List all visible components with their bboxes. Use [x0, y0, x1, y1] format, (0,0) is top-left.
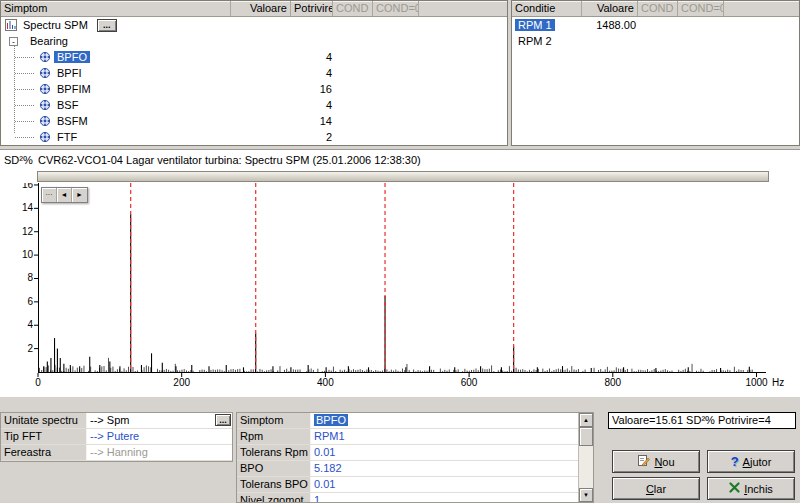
symptom-tree-children: BPFO4BPFI4BPFIM16BSF4BSFM14FTF2 [1, 49, 507, 145]
svg-text:Hz: Hz [772, 377, 784, 388]
details-row: Tolerans Rpm0.01 [237, 445, 578, 461]
details-value-text: 0.01 [314, 478, 335, 490]
status-readout: Valoare=15.61 SD²% Potrivire=4 [608, 412, 796, 429]
svg-text:600: 600 [461, 377, 478, 388]
details-value[interactable]: 1 [311, 493, 578, 503]
symptom-item-label[interactable]: FTF [54, 131, 80, 143]
condition-row[interactable]: RPM 2 [512, 33, 799, 49]
details-label: Nivel zgomot [237, 493, 311, 503]
svg-text:4: 4 [27, 319, 33, 330]
details-value[interactable]: 0.01 [311, 477, 578, 492]
tree-group-row[interactable]: -Bearing [1, 33, 507, 49]
clar-button[interactable]: Clar [612, 477, 700, 500]
symptom-tree-item[interactable]: BPFO4 [1, 49, 507, 65]
symptom-item-label[interactable]: BSF [54, 99, 81, 111]
header-conditie-filler [724, 1, 799, 16]
details-label: BPO [237, 461, 311, 476]
details-value-text: 5.182 [314, 462, 342, 474]
spectrum-settings-table: Unitate spectru--> Spm...Tip FFT--> Pute… [0, 412, 233, 462]
header-filler [419, 1, 507, 16]
svg-text:16: 16 [22, 183, 34, 190]
button-label: Nou [654, 456, 674, 468]
details-value[interactable]: RPM1 [311, 429, 578, 444]
chart-y-unit-label: SD²% [4, 154, 33, 166]
symptom-details-rows: SimptomBPFORpmRPM1Tolerans Rpm0.01BPO5.1… [237, 413, 593, 503]
symptom-tree-item[interactable]: BPFI4 [1, 65, 507, 81]
scroll-up-icon[interactable]: ▲ [579, 413, 593, 427]
svg-text:10: 10 [22, 249, 34, 260]
header-potrivire: Potrivire [291, 1, 333, 16]
details-label: Rpm [237, 429, 311, 444]
symptom-tree-item[interactable]: BSF4 [1, 97, 507, 113]
symptom-tree-item[interactable]: FTF2 [1, 129, 507, 145]
inchis-button[interactable]: Inchis [707, 477, 795, 500]
symptom-item-label[interactable]: BPFO [54, 51, 90, 63]
header-valoare: Valoare [231, 1, 291, 16]
nou-button[interactable]: Nou [612, 450, 700, 473]
symptom-tree-item[interactable]: BSFM14 [1, 113, 507, 129]
symptom-panel: Simptom Valoare Potrivire COND COND=0 Sp… [0, 0, 508, 146]
details-value[interactable]: 0.01 [311, 445, 578, 460]
condition-row[interactable]: RPM 11488.00 [512, 17, 799, 33]
condition-label[interactable]: RPM 1 [515, 19, 555, 31]
bearing-icon [39, 115, 51, 127]
bearing-icon [39, 131, 51, 143]
svg-text:200: 200 [173, 377, 190, 388]
bearing-icon [39, 51, 51, 63]
condition-value: 1488.00 [584, 19, 636, 31]
details-value-text: BPFO [314, 414, 348, 426]
settings-row: Tip FFT--> Putere [1, 429, 232, 445]
collapse-icon[interactable]: - [9, 37, 18, 46]
symptom-item-potrivire: 16 [248, 83, 332, 95]
symptom-details-table: SimptomBPFORpmRPM1Tolerans Rpm0.01BPO5.1… [236, 412, 594, 503]
condition-header-row: Conditie Valoare COND COND=0 [512, 1, 799, 17]
scrollbar-thumb[interactable] [579, 427, 593, 446]
settings-value[interactable]: --> Hanning [87, 445, 232, 460]
symptom-item-potrivire: 2 [248, 131, 332, 143]
spectrum-plot[interactable]: 24681012141602004006008001000Hz [8, 183, 798, 397]
svg-text:8: 8 [27, 272, 33, 283]
svg-text:14: 14 [22, 202, 34, 213]
details-value[interactable]: 5.182 [311, 461, 578, 476]
scroll-down-icon[interactable]: ▼ [579, 488, 593, 502]
new-page-icon [637, 454, 650, 469]
header-conditie-cond0: COND=0 [678, 1, 724, 16]
chart-zoom-bar[interactable] [37, 171, 769, 182]
condition-rows: RPM 11488.00RPM 2 [512, 17, 799, 49]
button-label: Inchis [744, 483, 773, 495]
svg-text:12: 12 [22, 226, 34, 237]
details-row: SimptomBPFO [237, 413, 578, 429]
tree-root-label[interactable]: Spectru SPM [20, 19, 91, 31]
details-value-text: RPM1 [314, 430, 345, 442]
svg-text:400: 400 [317, 377, 334, 388]
symptom-tree-item[interactable]: BPFIM16 [1, 81, 507, 97]
settings-value[interactable]: --> Spm [87, 413, 232, 428]
button-label-rest: ou [662, 456, 674, 468]
bearing-icon [39, 99, 51, 111]
details-row: BPO5.182 [237, 461, 578, 477]
symptom-item-label[interactable]: BSFM [54, 115, 91, 127]
button-label: Ajutor [743, 456, 772, 468]
condition-label[interactable]: RPM 2 [515, 35, 555, 47]
settings-label: Fereastra [1, 445, 87, 460]
help-icon: ? [731, 456, 739, 467]
button-label: Clar [646, 483, 666, 495]
ajutor-button[interactable]: ?Ajutor [707, 450, 795, 473]
settings-more-button[interactable]: ... [215, 414, 231, 426]
details-label: Simptom [237, 413, 311, 428]
tree-group-label[interactable]: Bearing [27, 35, 71, 47]
header-simptom: Simptom [1, 1, 231, 16]
settings-row: Fereastra--> Hanning [1, 445, 232, 461]
symptom-item-label[interactable]: BPFI [54, 67, 84, 79]
symptom-item-potrivire: 4 [248, 67, 332, 79]
svg-text:800: 800 [604, 377, 621, 388]
spectrum-more-button[interactable]: ... [97, 19, 117, 32]
svg-text:6: 6 [27, 296, 33, 307]
details-row: Nivel zgomot1 [237, 493, 578, 503]
details-label: Tolerans BPO [237, 477, 311, 492]
settings-value[interactable]: --> Putere [87, 429, 232, 444]
details-row: RpmRPM1 [237, 429, 578, 445]
details-scrollbar[interactable]: ▲ ▼ [578, 413, 593, 502]
symptom-item-label[interactable]: BPFIM [54, 83, 94, 95]
details-value[interactable]: BPFO [311, 413, 578, 428]
